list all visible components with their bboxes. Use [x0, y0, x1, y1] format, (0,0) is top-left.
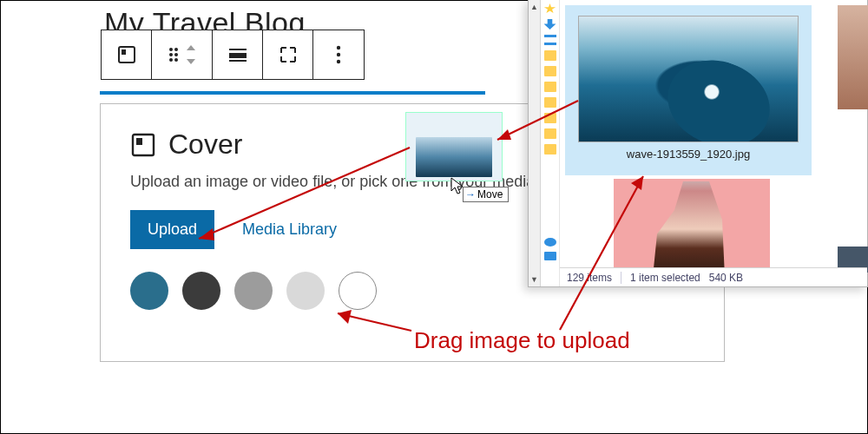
annotation-arrow [551, 169, 655, 338]
swatch-lightgray[interactable] [286, 272, 325, 310]
svg-marker-21 [338, 310, 352, 324]
svg-rect-15 [136, 138, 142, 145]
svg-rect-8 [229, 49, 247, 50]
downloads-icon[interactable] [544, 19, 556, 30]
folder-icon[interactable] [544, 82, 556, 92]
svg-point-12 [337, 53, 340, 56]
documents-icon[interactable] [544, 35, 556, 45]
svg-point-2 [169, 48, 173, 51]
scroll-down-icon[interactable]: ▼ [529, 273, 540, 286]
svg-point-7 [174, 58, 178, 62]
scroll-up-icon[interactable]: ▲ [529, 0, 540, 14]
svg-line-16 [497, 101, 578, 140]
move-arrow-icon: → [465, 188, 476, 201]
file-item-selected[interactable]: wave-1913559_1920.jpg [565, 5, 812, 175]
annotation-arrow [329, 305, 416, 343]
folder-icon[interactable] [544, 50, 556, 61]
align-icon [227, 47, 248, 62]
file-item-cropped-right[interactable] [838, 5, 868, 109]
svg-point-3 [174, 48, 178, 51]
svg-marker-19 [199, 228, 214, 240]
swatch-teal[interactable] [130, 272, 168, 310]
annotation-arrow [188, 143, 414, 251]
svg-point-6 [169, 58, 173, 62]
more-icon [336, 45, 341, 64]
drag-move-badge: → Move [463, 187, 509, 202]
folder-icon[interactable] [544, 66, 556, 76]
swatch-dark[interactable] [182, 272, 220, 310]
cover-block-icon-button[interactable] [102, 30, 152, 79]
drag-handle-icon [168, 46, 180, 63]
file-thumbnail-wave [578, 16, 799, 142]
cover-icon [130, 132, 156, 158]
svg-rect-1 [122, 49, 126, 55]
align-button[interactable] [213, 30, 263, 79]
svg-rect-14 [133, 135, 154, 155]
quick-access-icon[interactable] [544, 3, 556, 14]
svg-point-11 [337, 46, 340, 49]
move-up-down-icon [185, 43, 197, 67]
svg-rect-9 [229, 53, 247, 58]
svg-point-4 [169, 53, 173, 56]
svg-line-22 [560, 176, 643, 330]
file-name-label: wave-1913559_1920.jpg [627, 148, 750, 161]
svg-point-5 [174, 53, 178, 56]
move-badge-label: Move [477, 188, 503, 201]
status-selected-size: 540 KB [709, 272, 743, 284]
fullwidth-icon [278, 44, 299, 65]
svg-marker-17 [497, 129, 511, 140]
block-selection-accent [100, 91, 485, 95]
fullwidth-button[interactable] [263, 30, 313, 79]
swatch-gray[interactable] [234, 272, 273, 310]
svg-rect-10 [229, 60, 247, 62]
block-toolbar [101, 30, 365, 80]
cover-icon [116, 44, 137, 65]
svg-point-13 [337, 60, 340, 63]
more-options-button[interactable] [313, 30, 364, 79]
drag-ghost-image [416, 137, 492, 177]
svg-rect-0 [119, 47, 135, 62]
annotation-text: Drag image to upload [414, 327, 630, 354]
svg-line-18 [199, 148, 410, 239]
toolbar-drag-reorder[interactable] [152, 30, 213, 79]
annotation-arrow [487, 96, 582, 152]
